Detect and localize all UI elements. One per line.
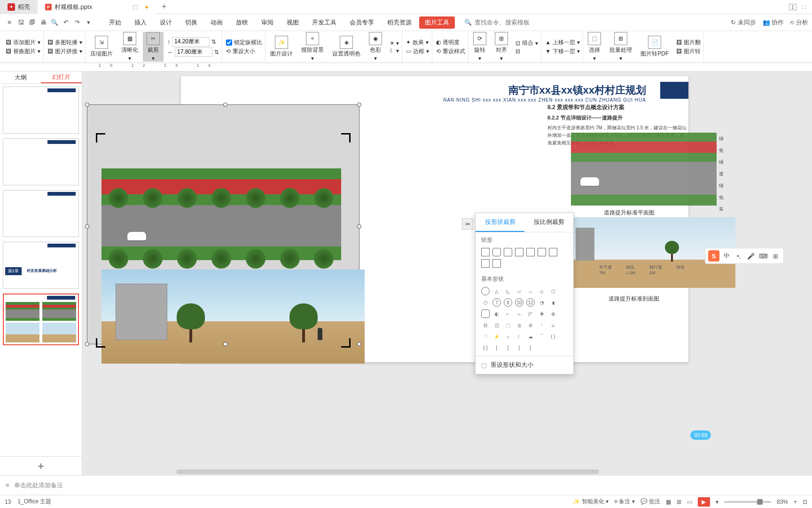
group-button[interactable]: ⊡ 组合 ▾ xyxy=(515,39,538,47)
shape-rbrace[interactable]: } xyxy=(526,343,535,352)
view-normal-icon[interactable]: ▦ xyxy=(666,499,671,505)
shape-hexagon[interactable]: ⬡ xyxy=(481,298,490,307)
outline-tab[interactable]: 大纲 xyxy=(0,71,41,83)
shape-12[interactable]: 12 xyxy=(526,298,535,307)
remove-bg-button[interactable]: ✧抠除背景▾ xyxy=(297,32,328,62)
tab-window-icon[interactable]: ▢ xyxy=(133,3,138,10)
shape-rect3[interactable] xyxy=(526,248,535,256)
shape-block[interactable]: ⊘ xyxy=(526,321,535,329)
scroll-thumb[interactable] xyxy=(176,469,599,474)
menu-design[interactable]: 设计 xyxy=(154,16,178,29)
shape-moon[interactable]: ☾ xyxy=(515,332,523,341)
menu-pic-tools[interactable]: 图片工具 xyxy=(419,16,455,29)
shape-frame[interactable] xyxy=(481,310,490,318)
shape-brace[interactable]: { } xyxy=(481,343,490,352)
shape-rbracket[interactable]: ] xyxy=(504,343,512,352)
batch-button[interactable]: ⊞批量处理▾ xyxy=(606,32,636,62)
select-button[interactable]: ⬚选择▾ xyxy=(584,32,605,62)
add-pic-button[interactable]: 🖼 添加图片 ▾ xyxy=(6,39,40,47)
window-count[interactable]: 1 xyxy=(789,4,796,10)
thumbnail[interactable]: 第2章村庄发展基础分析 xyxy=(3,242,79,289)
menu-transition[interactable]: 切换 xyxy=(180,16,203,29)
tab-doke[interactable]: ✦ 稻壳 xyxy=(0,0,38,14)
crop-by-ratio-tab[interactable]: 按比例裁剪 xyxy=(524,213,573,232)
view-sorter-icon[interactable]: ⊞ xyxy=(677,499,681,505)
compress-button[interactable]: ⇲压缩图片 xyxy=(86,36,117,58)
shape-chord[interactable]: ◖ xyxy=(549,298,557,307)
comment-toggle[interactable]: 💬 批注 xyxy=(640,498,660,506)
add-slide-button[interactable]: + xyxy=(0,456,82,475)
crop-by-shape-tab[interactable]: 按形状裁剪 xyxy=(476,213,524,232)
reset-style-button[interactable]: ⟲ 重设样式 xyxy=(436,48,465,56)
shape-rect4[interactable] xyxy=(538,248,546,256)
slideshow-button[interactable]: ▶ xyxy=(698,497,710,507)
shape-trapezoid[interactable]: ⏢ xyxy=(526,287,535,295)
shape-round-rect[interactable] xyxy=(492,248,501,256)
zoom-handle[interactable] xyxy=(757,499,763,505)
shape-donut[interactable]: ◎ xyxy=(515,321,523,329)
multi-pic-button[interactable]: 🖼 多图轮播 ▾ xyxy=(47,39,82,47)
ime-punct-icon[interactable]: •, xyxy=(734,251,744,261)
zoom-plus-icon[interactable]: + xyxy=(794,499,797,505)
undo-icon[interactable]: ↶ xyxy=(60,17,71,28)
shape-bevel[interactable]: ⬚ xyxy=(504,321,512,329)
shape-rect[interactable] xyxy=(481,248,490,256)
shape-l2[interactable]: ⌙ xyxy=(515,310,523,318)
ime-lang[interactable]: 中 xyxy=(721,251,732,261)
view-reading-icon[interactable]: ▭ xyxy=(687,499,692,505)
canvas[interactable]: 南宁市xx县xx镇xx村村庄规划 NAN NING SHI xxx xxx XI… xyxy=(82,71,812,475)
ime-logo-icon[interactable]: S xyxy=(708,250,719,262)
crop-handle-bl[interactable] xyxy=(96,338,105,348)
transparency-button[interactable]: ◐ 透明度 xyxy=(436,39,465,47)
shape-10[interactable]: 10 xyxy=(515,298,523,307)
menu-insert[interactable]: 插入 xyxy=(129,16,152,29)
shape-bracket[interactable]: ( ) xyxy=(549,332,557,341)
shape-parallelogram[interactable]: ▱ xyxy=(515,287,523,295)
shape-bolt[interactable]: ⚡ xyxy=(492,332,501,341)
analyze-button[interactable]: ⎋ 分析 xyxy=(790,18,808,27)
crop-handle-br[interactable] xyxy=(341,338,351,348)
menu-start[interactable]: 开始 xyxy=(103,16,127,29)
zoom-slider[interactable] xyxy=(724,501,771,503)
horizontal-scrollbar[interactable] xyxy=(82,468,812,475)
shape-circle[interactable] xyxy=(481,287,490,295)
unsync-button[interactable]: ↻ 未同步 xyxy=(731,18,756,27)
shape-smiley[interactable]: ☺ xyxy=(549,321,557,329)
search-box[interactable]: 🔍 xyxy=(464,19,540,26)
shape-plaque[interactable]: ⊕ xyxy=(549,310,557,318)
crop-tool-icon[interactable]: ✂ xyxy=(462,218,473,230)
effect-button[interactable]: ✦ 效果 ▾ xyxy=(406,39,429,47)
save-icon[interactable]: 🖫 xyxy=(15,17,26,28)
thumbnail[interactable] xyxy=(3,138,79,185)
selection-handle[interactable] xyxy=(357,342,361,346)
shape-rtriangle[interactable]: ◺ xyxy=(504,287,512,295)
shape-lbrace[interactable]: { xyxy=(515,343,523,352)
align-button[interactable]: ⊞对齐▾ xyxy=(491,32,512,62)
shape-pie[interactable]: ◔ xyxy=(538,298,546,307)
crop-handle-tl[interactable] xyxy=(96,133,105,143)
search-input[interactable] xyxy=(475,19,540,26)
crop-handle-tr[interactable] xyxy=(341,133,351,143)
contrast-button[interactable]: ☾ ▾ xyxy=(390,48,399,54)
thumbnail[interactable] xyxy=(3,87,79,134)
rotate-button[interactable]: ⟳旋转▾ xyxy=(469,32,490,62)
notes-bar[interactable]: ≡ 单击此处添加备注 xyxy=(0,475,812,495)
shape-l[interactable]: ⌐ xyxy=(504,310,512,318)
send-back-button[interactable]: ▼ 下移一层 ▾ xyxy=(545,48,580,56)
menu-member[interactable]: 会员专享 xyxy=(344,16,380,29)
menu-view[interactable]: 视图 xyxy=(281,16,304,29)
pic-trans-button[interactable]: 🖼 图片翻 xyxy=(676,39,701,47)
preview-icon[interactable]: 🔍 xyxy=(49,17,60,28)
bring-fwd-button[interactable]: ▲ 上移一层 ▾ xyxy=(545,39,580,47)
set-trans-button[interactable]: ◈设置透明色 xyxy=(328,36,364,58)
collab-button[interactable]: 👥 协作 xyxy=(763,18,784,27)
shape-heart[interactable]: ♡ xyxy=(481,332,490,341)
selection-handle[interactable] xyxy=(85,342,89,346)
menu-show[interactable]: 放映 xyxy=(230,16,254,29)
selected-image[interactable] xyxy=(87,104,359,344)
ungroup-icon[interactable]: ⊟ xyxy=(515,48,538,55)
reset-size-button[interactable]: ⟲ 重设大小 xyxy=(226,48,262,56)
slides-tab[interactable]: 幻灯片 xyxy=(41,71,82,83)
menu-review[interactable]: 审阅 xyxy=(256,16,279,29)
thumbnail[interactable] xyxy=(3,190,79,237)
